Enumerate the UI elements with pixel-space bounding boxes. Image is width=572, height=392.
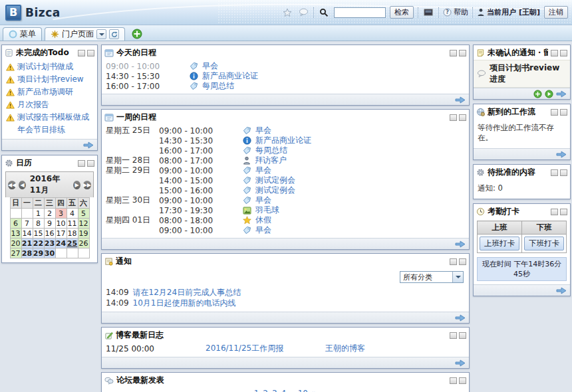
calendar-day-cell[interactable]: 11 — [67, 219, 78, 229]
more-arrow-icon[interactable] — [455, 314, 466, 322]
tab-menu[interactable]: 菜单 — [3, 27, 42, 41]
more-arrow-icon[interactable] — [455, 241, 466, 248]
todo-item-link[interactable]: 新产品市场调研 — [17, 86, 73, 98]
calendar-day-cell[interactable]: 4 — [67, 209, 78, 219]
close-button[interactable] — [560, 209, 567, 215]
prev-month-button[interactable]: ◀ — [19, 181, 25, 189]
prev-year-button[interactable]: ◀◀ — [8, 181, 16, 189]
pagination-link[interactable]: 1 — [254, 389, 259, 392]
calendar-day-cell[interactable]: 14 — [21, 229, 33, 239]
close-button[interactable] — [560, 50, 567, 56]
todo-item-link[interactable]: 测试报告书模板做成 — [17, 112, 89, 123]
calendar-day-cell[interactable]: 15 — [33, 229, 44, 239]
calendar-day-cell[interactable]: 9 — [44, 219, 55, 229]
message-item[interactable]: 项目计划书review进度 — [474, 60, 570, 88]
calendar-day-cell[interactable]: 8 — [33, 219, 44, 229]
calendar-day-cell[interactable]: 27 — [10, 248, 21, 258]
minimize-button[interactable] — [450, 50, 457, 56]
pagination-link[interactable]: » — [312, 389, 317, 392]
minimize-button[interactable] — [551, 209, 558, 215]
display-icon[interactable] — [422, 7, 434, 19]
schedule-item-link[interactable]: 早会 — [255, 225, 271, 236]
close-button[interactable] — [87, 50, 94, 56]
go-green-icon[interactable] — [545, 90, 553, 98]
calendar-day-cell[interactable]: 20 — [10, 239, 21, 248]
pagination-link[interactable]: 4 — [281, 389, 287, 392]
calendar-day-cell[interactable]: 16 — [44, 229, 55, 239]
calendar-day-cell[interactable]: 25 — [67, 239, 78, 248]
more-arrow-icon[interactable] — [455, 359, 466, 367]
message-bubble-icon[interactable] — [297, 7, 309, 19]
minimize-button[interactable] — [450, 114, 457, 121]
calendar-day-cell[interactable]: 19 — [78, 229, 89, 239]
calendar-day-cell[interactable]: 24 — [55, 239, 67, 248]
minimize-button[interactable] — [450, 332, 457, 339]
calendar-day-cell[interactable]: 17 — [55, 229, 67, 239]
todo-item-link[interactable]: 项目计划书review — [17, 74, 84, 85]
notice-link[interactable]: 请在12月24日前完成人事总结 — [133, 287, 241, 298]
calendar-day-cell[interactable]: 26 — [78, 239, 89, 248]
clock-in-button[interactable]: 上班打卡 — [480, 237, 519, 250]
calendar-day-cell[interactable]: 21 — [21, 239, 33, 248]
calendar-day-cell[interactable]: 18 — [67, 229, 78, 239]
clock-out-button[interactable]: 下班打卡 — [524, 237, 564, 250]
close-button[interactable] — [560, 169, 567, 176]
calendar-day-cell[interactable]: 28 — [21, 248, 33, 258]
calendar-day-cell[interactable]: 30 — [44, 248, 55, 258]
minimize-button[interactable] — [551, 169, 558, 176]
search-button[interactable]: 检索 — [390, 6, 414, 19]
logout-button[interactable]: 注销 — [544, 6, 568, 19]
category-filter-select[interactable]: 所有分类 — [400, 271, 464, 283]
tab-portal-page[interactable]: 门户页面 — [45, 27, 125, 41]
calendar-day-cell[interactable]: 7 — [21, 219, 33, 229]
more-arrow-icon[interactable] — [556, 90, 567, 98]
close-button[interactable] — [560, 109, 567, 116]
refresh-icon[interactable] — [109, 29, 119, 39]
calendar-day-cell[interactable]: 6 — [10, 219, 21, 229]
pagination-link[interactable]: 2 — [263, 389, 268, 392]
help-link[interactable]: ? 帮助 — [443, 7, 468, 17]
more-arrow-icon[interactable] — [556, 151, 567, 158]
search-input[interactable] — [334, 7, 386, 18]
favorite-star-icon[interactable] — [281, 7, 293, 19]
blog-post-link[interactable]: 2016/11/25工作周报 — [206, 343, 283, 353]
more-arrow-icon[interactable] — [455, 96, 466, 104]
close-button[interactable] — [87, 160, 94, 167]
next-year-button[interactable]: ▶▶ — [83, 181, 91, 189]
calendar-day-cell[interactable]: 3 — [55, 209, 67, 219]
blog-source-link[interactable]: 王朝的博客 — [325, 343, 365, 353]
add-green-icon[interactable] — [533, 90, 542, 98]
minimize-button[interactable] — [78, 160, 85, 167]
calendar-day-cell[interactable]: 2 — [44, 209, 55, 219]
chevron-down-icon[interactable] — [96, 29, 106, 39]
todo-item-link[interactable]: 测试计划书做成 — [17, 61, 73, 72]
minimize-button[interactable] — [78, 50, 85, 56]
close-button[interactable] — [459, 114, 466, 121]
pagination-link[interactable]: 10 — [298, 389, 308, 392]
close-button[interactable] — [459, 332, 466, 339]
calendar-day-cell[interactable]: 29 — [33, 248, 44, 258]
todo-item-link[interactable]: 年会节目排练 — [17, 124, 65, 136]
calendar-day-cell[interactable]: 22 — [33, 239, 44, 248]
todo-item-link[interactable]: 月次报告 — [17, 99, 49, 110]
schedule-item-link[interactable]: 每周总结 — [202, 80, 234, 92]
calendar-day-cell[interactable]: 23 — [44, 239, 55, 248]
pagination-link[interactable]: 3 — [272, 389, 277, 392]
close-button[interactable] — [459, 377, 466, 384]
calendar-day-cell[interactable]: 13 — [10, 229, 21, 239]
calendar-day-cell[interactable]: 12 — [78, 219, 89, 229]
minimize-button[interactable] — [551, 50, 558, 56]
more-arrow-icon[interactable] — [556, 287, 567, 294]
close-button[interactable] — [459, 50, 466, 56]
minimize-button[interactable] — [551, 109, 558, 116]
minimize-button[interactable] — [450, 258, 457, 265]
next-month-button[interactable]: ▶ — [73, 181, 80, 189]
calendar-day-cell[interactable]: 10 — [55, 219, 67, 229]
close-button[interactable] — [459, 258, 466, 265]
add-widget-button[interactable] — [132, 29, 142, 39]
minimize-button[interactable] — [450, 377, 457, 384]
more-arrow-icon[interactable] — [83, 142, 94, 149]
notice-link[interactable]: 10月1日起使用新的电话内线 — [133, 298, 236, 309]
calendar-day-cell[interactable]: 1 — [33, 209, 44, 219]
calendar-day-cell[interactable]: 5 — [78, 209, 89, 219]
